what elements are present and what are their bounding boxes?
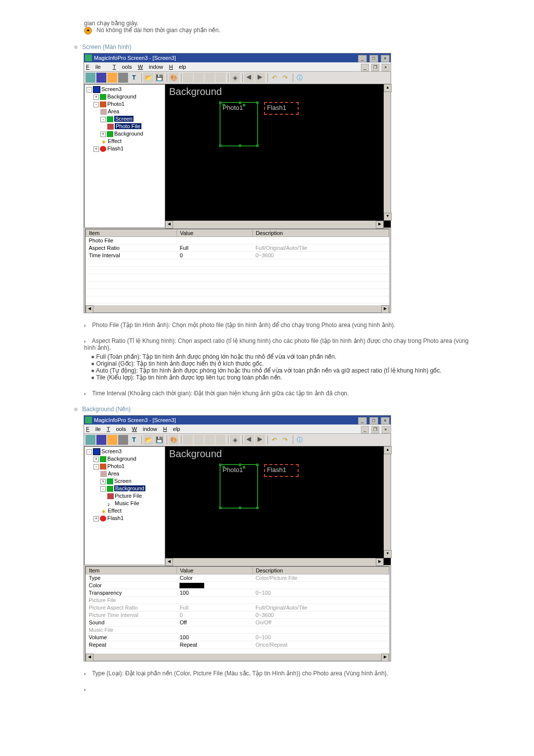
tool-text-icon[interactable]: T bbox=[129, 73, 139, 83]
canvas-scroll-vertical[interactable]: ▲ ▼ bbox=[384, 84, 391, 221]
tool-page-prev-icon[interactable]: ⯇ bbox=[244, 435, 254, 445]
tool-page-next-icon[interactable]: ⯈ bbox=[255, 73, 265, 83]
col-value[interactable]: Value bbox=[177, 567, 252, 574]
prop-value[interactable] bbox=[177, 237, 252, 244]
doc-minimize-button[interactable]: _ bbox=[361, 64, 369, 71]
tree-toggle[interactable]: - bbox=[100, 486, 106, 492]
col-value[interactable]: Value bbox=[177, 230, 252, 237]
tree-photofile[interactable]: Photo File bbox=[115, 123, 141, 129]
prop-value[interactable]: Repeat bbox=[177, 641, 252, 649]
menu-window[interactable]: Window bbox=[138, 62, 163, 71]
tree-flash1[interactable]: Flash1 bbox=[107, 515, 124, 521]
prop-item[interactable]: Aspect Ratio bbox=[86, 244, 177, 252]
menu-window[interactable]: Window bbox=[132, 425, 157, 433]
menu-tools[interactable]: Tools bbox=[113, 62, 132, 71]
tree-photo1[interactable]: Photo1 bbox=[107, 463, 125, 469]
prop-item[interactable]: Type bbox=[86, 574, 177, 582]
tree-flash1[interactable]: Flash1 bbox=[107, 145, 124, 151]
canvas-scroll-horizontal[interactable]: ◀ ▶ bbox=[165, 221, 384, 228]
scroll-down-icon[interactable]: ▼ bbox=[384, 550, 392, 558]
tool-open-icon[interactable]: 📂 bbox=[143, 435, 153, 445]
tool-redo-icon[interactable]: ↷ bbox=[280, 73, 290, 83]
maximize-button[interactable]: □ bbox=[369, 55, 378, 62]
doc-close-button[interactable]: × bbox=[382, 426, 390, 433]
tree-toggle[interactable]: - bbox=[87, 449, 92, 455]
tree-effect[interactable]: Effect bbox=[108, 508, 122, 514]
prop-item[interactable]: Photo File bbox=[86, 237, 177, 244]
prop-item[interactable]: Repeat bbox=[86, 641, 177, 649]
doc-minimize-button[interactable]: _ bbox=[361, 426, 369, 433]
tool-undo-icon[interactable]: ↶ bbox=[269, 73, 279, 83]
props-scroll-horizontal[interactable]: ◀ ▶ bbox=[86, 305, 389, 312]
scroll-right-icon[interactable]: ▶ bbox=[381, 654, 389, 662]
close-button[interactable]: × bbox=[381, 417, 390, 425]
tool-redo-icon[interactable]: ↷ bbox=[280, 435, 290, 445]
tree-toggle[interactable]: + bbox=[100, 479, 106, 484]
prop-item[interactable]: Time Interval bbox=[86, 252, 177, 259]
tool-text-icon[interactable]: T bbox=[129, 435, 139, 445]
tree-panel[interactable]: -Screen3 +Background -Photo1 Area -Scree… bbox=[84, 84, 165, 228]
tree-toggle[interactable]: + bbox=[93, 146, 99, 152]
col-desc[interactable]: Description bbox=[253, 567, 389, 574]
tool-gear-icon[interactable] bbox=[107, 73, 117, 83]
scroll-up-icon[interactable]: ▲ bbox=[384, 84, 392, 92]
prop-value[interactable]: 100 bbox=[177, 589, 252, 597]
tree-bg-selected[interactable]: Background bbox=[114, 485, 145, 491]
scroll-down-icon[interactable]: ▼ bbox=[384, 213, 392, 221]
scroll-right-icon[interactable]: ▶ bbox=[376, 558, 384, 566]
tree-toggle[interactable]: - bbox=[93, 464, 99, 470]
scroll-left-icon[interactable]: ◀ bbox=[165, 221, 173, 229]
scroll-left-icon[interactable]: ◀ bbox=[86, 305, 93, 313]
canvas-scroll-horizontal[interactable]: ◀ ▶ bbox=[165, 558, 384, 565]
minimize-button[interactable]: _ bbox=[358, 417, 367, 425]
canvas-flash1[interactable]: Flash1 bbox=[264, 102, 299, 115]
doc-close-button[interactable]: × bbox=[382, 64, 390, 71]
tool-bringfront-icon[interactable] bbox=[194, 435, 204, 445]
menu-file[interactable]: File bbox=[86, 425, 101, 433]
tool-align-icon[interactable] bbox=[205, 435, 215, 445]
tree-root[interactable]: Screen3 bbox=[101, 448, 122, 454]
tool-preview-icon[interactable]: ◈ bbox=[230, 435, 240, 445]
tool-gear-icon[interactable] bbox=[107, 435, 117, 445]
maximize-button[interactable]: □ bbox=[369, 417, 378, 425]
tool-save-icon[interactable]: 💾 bbox=[154, 73, 164, 83]
canvas-scroll-vertical[interactable]: ▲ ▼ bbox=[384, 446, 391, 558]
tool-new-icon[interactable] bbox=[86, 73, 95, 83]
tree-area[interactable]: Area bbox=[108, 471, 119, 476]
canvas[interactable]: Background Photo1 Flash1 ▲ ▼ ◀ ▶ bbox=[165, 446, 391, 565]
tool-bringfront-icon[interactable] bbox=[194, 73, 204, 83]
prop-value[interactable]: Off bbox=[177, 619, 252, 626]
col-item[interactable]: Item bbox=[86, 567, 177, 574]
tool-info-icon[interactable]: ⓘ bbox=[295, 435, 305, 445]
tree-panel[interactable]: -Screen3 +Background -Photo1 Area +Scree… bbox=[84, 446, 165, 565]
tree-root[interactable]: Screen3 bbox=[101, 86, 122, 92]
minimize-button[interactable]: _ bbox=[358, 55, 367, 62]
tree-screen-selected[interactable]: Screen bbox=[114, 116, 134, 122]
close-button[interactable]: × bbox=[381, 55, 390, 62]
tree-toggle[interactable]: - bbox=[87, 87, 92, 93]
menu-help[interactable]: Help bbox=[169, 62, 186, 71]
scroll-up-icon[interactable]: ▲ bbox=[384, 446, 392, 454]
tool-list-icon[interactable] bbox=[216, 435, 225, 445]
tree-screen[interactable]: Screen bbox=[114, 478, 132, 484]
prop-value[interactable]: 100 bbox=[177, 634, 252, 641]
prop-item[interactable]: Sound bbox=[86, 619, 177, 626]
tool-page-next-icon[interactable]: ⯈ bbox=[255, 435, 265, 445]
tool-align-icon[interactable] bbox=[205, 73, 215, 83]
properties-grid[interactable]: Item Value Description Photo File Aspect… bbox=[85, 229, 390, 313]
tool-monitor-icon[interactable] bbox=[96, 73, 106, 83]
scroll-right-icon[interactable]: ▶ bbox=[376, 221, 384, 229]
tree-bg[interactable]: Background bbox=[107, 94, 136, 99]
prop-item[interactable]: Volume bbox=[86, 634, 177, 641]
prop-color-swatch[interactable] bbox=[177, 582, 252, 589]
tree-bg2[interactable]: Background bbox=[114, 131, 143, 137]
menu-help[interactable]: Help bbox=[163, 425, 180, 433]
tool-brush-icon[interactable] bbox=[118, 435, 128, 445]
doc-restore-button[interactable]: ❐ bbox=[371, 64, 379, 71]
tree-toggle[interactable]: + bbox=[93, 457, 99, 462]
tool-open-icon[interactable]: 📂 bbox=[143, 73, 153, 83]
menu-tools[interactable]: Tools bbox=[107, 425, 126, 433]
properties-grid[interactable]: Item Value Description TypeColorColor/Pi… bbox=[85, 566, 390, 661]
col-item[interactable]: Item bbox=[86, 230, 177, 237]
tree-toggle[interactable]: + bbox=[93, 516, 99, 521]
